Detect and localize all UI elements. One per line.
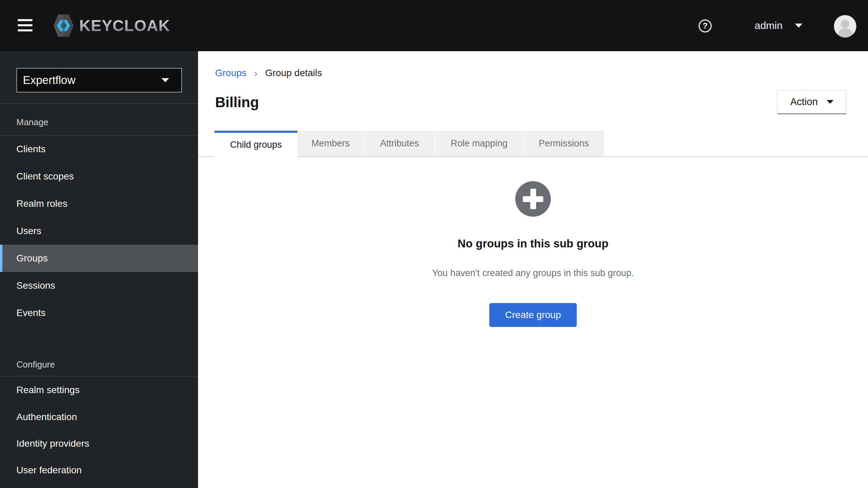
empty-state-title: No groups in this sub group bbox=[458, 236, 608, 251]
add-group-icon bbox=[515, 181, 551, 217]
tab-attributes[interactable]: Attributes bbox=[364, 131, 435, 156]
page-title: Billing bbox=[215, 94, 259, 111]
sidebar: Expertflow Manage Clients Client scopes … bbox=[0, 51, 198, 488]
brand-text: KEYCLOAK bbox=[79, 16, 170, 35]
user-menu-button[interactable]: admin bbox=[755, 0, 802, 51]
action-dropdown-button[interactable]: Action bbox=[777, 90, 846, 114]
sidebar-item-groups[interactable]: Groups bbox=[0, 245, 198, 272]
tab-permissions[interactable]: Permissions bbox=[523, 131, 604, 156]
sidebar-item-sessions[interactable]: Sessions bbox=[0, 272, 198, 299]
sidebar-item-users[interactable]: Users bbox=[0, 217, 198, 245]
main-content: Groups › Group details Billing Action Ch… bbox=[198, 51, 868, 488]
sidebar-item-client-scopes[interactable]: Client scopes bbox=[0, 163, 198, 190]
sidebar-item-clients[interactable]: Clients bbox=[0, 135, 198, 163]
sidebar-section-configure: Configure bbox=[16, 359, 55, 370]
keycloak-logo-icon bbox=[52, 14, 75, 38]
keycloak-brand[interactable]: KEYCLOAK bbox=[52, 0, 170, 51]
hamburger-icon bbox=[18, 19, 32, 21]
realm-name: Expertflow bbox=[23, 74, 162, 87]
chevron-down-icon bbox=[827, 100, 834, 104]
create-group-button[interactable]: Create group bbox=[489, 303, 576, 327]
tab-role-mapping[interactable]: Role mapping bbox=[435, 131, 523, 156]
divider bbox=[0, 103, 198, 104]
tab-bar: Child groups Members Attributes Role map… bbox=[214, 131, 604, 157]
chevron-down-icon bbox=[795, 24, 802, 28]
sidebar-section-manage: Manage bbox=[16, 117, 48, 128]
sidebar-item-realm-settings[interactable]: Realm settings bbox=[0, 376, 198, 404]
sidebar-item-user-federation[interactable]: User federation bbox=[0, 457, 198, 484]
sidebar-item-identity-providers[interactable]: Identity providers bbox=[0, 430, 198, 457]
breadcrumb-current: Group details bbox=[265, 68, 322, 78]
help-icon: ? bbox=[703, 21, 708, 31]
breadcrumb-groups-link[interactable]: Groups bbox=[215, 68, 247, 78]
empty-state-description: You haven't created any groups in this s… bbox=[432, 267, 634, 279]
avatar[interactable] bbox=[834, 15, 856, 38]
top-bar: KEYCLOAK ? admin bbox=[0, 0, 868, 51]
sidebar-item-realm-roles[interactable]: Realm roles bbox=[0, 190, 198, 217]
sidebar-item-events[interactable]: Events bbox=[0, 299, 198, 327]
realm-selector[interactable]: Expertflow bbox=[16, 68, 182, 92]
user-name: admin bbox=[755, 20, 783, 31]
tab-child-groups[interactable]: Child groups bbox=[214, 131, 297, 157]
chevron-down-icon bbox=[162, 78, 169, 82]
hamburger-menu-button[interactable] bbox=[18, 19, 32, 31]
help-button[interactable]: ? bbox=[699, 19, 712, 32]
empty-state: No groups in this sub group You haven't … bbox=[198, 157, 868, 327]
chevron-right-icon: › bbox=[254, 68, 258, 78]
breadcrumb: Groups › Group details bbox=[215, 68, 322, 78]
sidebar-item-authentication[interactable]: Authentication bbox=[0, 403, 198, 431]
person-icon bbox=[841, 20, 849, 28]
selected-indicator bbox=[0, 245, 2, 272]
tab-members[interactable]: Members bbox=[297, 131, 364, 156]
